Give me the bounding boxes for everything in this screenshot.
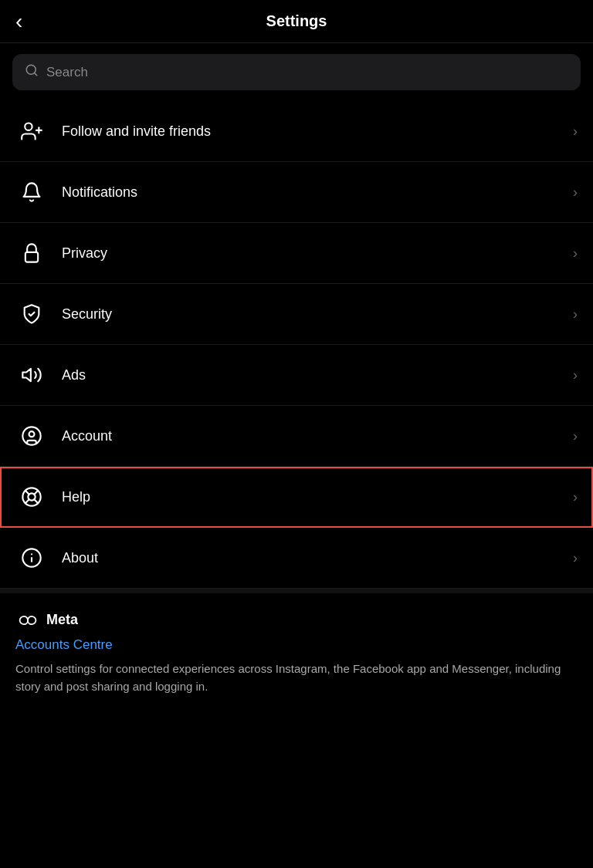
- menu-item-account-chevron: ›: [573, 428, 578, 444]
- menu-item-ads-chevron: ›: [573, 367, 578, 383]
- meta-logo: Meta: [15, 612, 578, 628]
- search-container: Search: [0, 43, 593, 101]
- menu-item-privacy-label: Privacy: [62, 245, 573, 262]
- menu-item-ads[interactable]: Ads›: [0, 345, 593, 406]
- meta-description: Control settings for connected experienc…: [15, 660, 578, 695]
- person-add-icon: [15, 115, 48, 147]
- menu-item-security[interactable]: Security›: [0, 284, 593, 345]
- back-button[interactable]: ‹: [15, 11, 22, 32]
- svg-line-12: [34, 499, 38, 503]
- menu-item-help[interactable]: Help›: [0, 467, 593, 528]
- svg-point-8: [29, 431, 35, 437]
- menu-item-account-label: Account: [62, 428, 573, 444]
- menu-item-about-label: About: [62, 550, 573, 566]
- svg-line-14: [25, 499, 29, 503]
- svg-point-2: [25, 123, 32, 130]
- menu-item-notifications[interactable]: Notifications›: [0, 162, 593, 223]
- menu-item-follow-invite-label: Follow and invite friends: [62, 123, 573, 140]
- megaphone-icon: [15, 359, 48, 391]
- accounts-centre-link[interactable]: Accounts Centre: [15, 637, 578, 653]
- shield-check-icon: [15, 298, 48, 330]
- page-title: Settings: [266, 12, 327, 30]
- menu-item-help-label: Help: [62, 489, 573, 505]
- menu-item-ads-label: Ads: [62, 367, 573, 383]
- svg-line-11: [25, 491, 29, 495]
- search-placeholder-text: Search: [46, 65, 88, 80]
- menu-item-notifications-label: Notifications: [62, 184, 573, 201]
- svg-marker-6: [22, 369, 30, 381]
- meta-label: Meta: [46, 612, 78, 628]
- svg-line-13: [34, 491, 38, 495]
- svg-rect-5: [25, 252, 38, 262]
- menu-item-notifications-chevron: ›: [573, 184, 578, 201]
- person-circle-icon: [15, 420, 48, 452]
- menu-item-privacy[interactable]: Privacy›: [0, 223, 593, 284]
- svg-point-7: [22, 427, 40, 444]
- menu-item-help-chevron: ›: [573, 489, 578, 505]
- meta-logo-icon: [15, 613, 40, 628]
- menu-item-about-chevron: ›: [573, 550, 578, 566]
- menu-item-follow-invite[interactable]: Follow and invite friends›: [0, 101, 593, 162]
- menu-item-privacy-chevron: ›: [573, 245, 578, 262]
- settings-menu: Follow and invite friends›Notifications›…: [0, 101, 593, 589]
- menu-item-security-chevron: ›: [573, 306, 578, 323]
- search-bar[interactable]: Search: [12, 54, 581, 90]
- menu-item-account[interactable]: Account›: [0, 406, 593, 467]
- menu-item-security-label: Security: [62, 306, 573, 323]
- menu-item-about[interactable]: About›: [0, 528, 593, 589]
- meta-section: Meta Accounts Centre Control settings fo…: [0, 593, 593, 714]
- info-circle-icon: [15, 542, 48, 574]
- search-icon: [25, 63, 39, 81]
- lock-icon: [15, 237, 48, 269]
- bell-icon: [15, 176, 48, 208]
- menu-item-follow-invite-chevron: ›: [573, 123, 578, 140]
- svg-line-1: [34, 73, 36, 75]
- lifebuoy-icon: [15, 481, 48, 513]
- header: ‹ Settings: [0, 0, 593, 43]
